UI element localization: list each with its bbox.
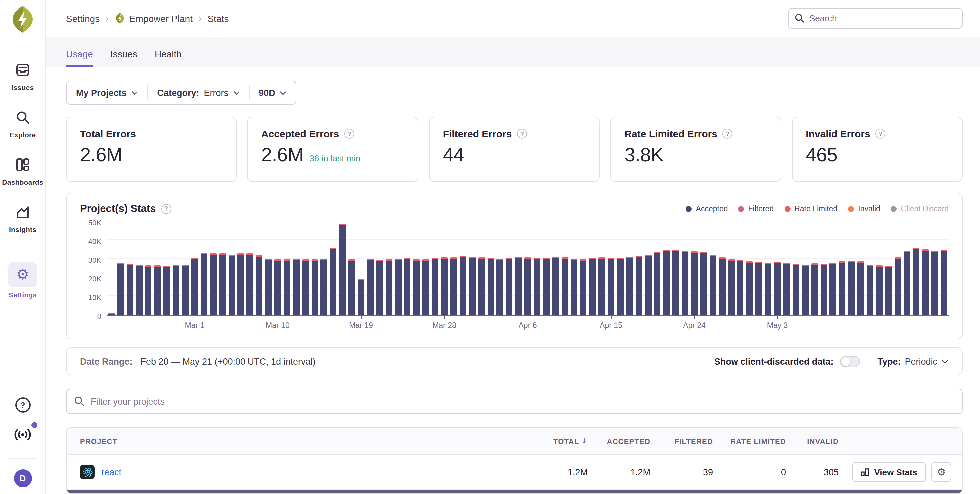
project-settings-button[interactable]: ⚙ [931, 462, 951, 482]
help-icon[interactable]: ? [344, 129, 355, 139]
chart-bar[interactable] [894, 257, 901, 315]
chart-bar[interactable] [839, 261, 846, 315]
chart-bar[interactable] [432, 258, 438, 315]
chart-bar[interactable] [932, 251, 939, 315]
chart-bar[interactable] [904, 251, 910, 315]
view-stats-button[interactable]: View Stats [852, 462, 926, 482]
chart-bar[interactable] [589, 258, 596, 315]
chart-bar[interactable] [330, 248, 337, 315]
legend-item[interactable]: Filtered [738, 205, 774, 213]
chart-bar[interactable] [867, 265, 873, 315]
chart-bar[interactable] [765, 263, 772, 315]
chart-bar[interactable] [321, 259, 328, 315]
chart-bar[interactable] [423, 259, 430, 315]
chart-bar[interactable] [274, 259, 281, 315]
chart-bar[interactable] [414, 259, 420, 315]
sidebar-item-settings[interactable]: ⚙ Settings [8, 262, 37, 299]
tab-usage[interactable]: Usage [66, 49, 93, 67]
chart-bar[interactable] [265, 259, 272, 315]
project-link[interactable]: react [101, 467, 121, 477]
chart-bar[interactable] [710, 255, 716, 315]
chart-bar[interactable] [210, 253, 216, 315]
help-icon[interactable]: ? [15, 397, 30, 413]
help-icon[interactable]: ? [876, 129, 886, 139]
legend-item[interactable]: Client Discard [891, 205, 949, 213]
chart-bar[interactable] [487, 258, 494, 315]
chart-bar[interactable] [783, 263, 790, 315]
chart-bar[interactable] [608, 258, 614, 315]
help-icon[interactable]: ? [161, 204, 171, 214]
chart-bar[interactable] [127, 264, 133, 315]
chart-bar[interactable] [247, 253, 253, 315]
column-header-accepted[interactable]: ACCEPTED [588, 437, 650, 445]
legend-item[interactable]: Invalid [848, 205, 880, 213]
chart-bar[interactable] [673, 250, 679, 315]
chart-bar[interactable] [848, 261, 855, 315]
chart-bar[interactable] [663, 250, 670, 315]
chart-bar[interactable] [756, 262, 762, 315]
column-header-rate-limited[interactable]: RATE LIMITED [713, 437, 786, 445]
chart-bar[interactable] [802, 265, 809, 315]
chart-bar[interactable] [617, 258, 624, 315]
chart-bar[interactable] [571, 259, 577, 315]
chart-bar[interactable] [644, 255, 651, 315]
chart-bar[interactable] [117, 263, 124, 315]
chart-bar[interactable] [182, 265, 189, 315]
sidebar-item-dashboards[interactable]: Dashboards [2, 155, 43, 186]
sidebar-item-insights[interactable]: Insights [9, 202, 36, 233]
chart-bar[interactable] [302, 259, 309, 315]
chart-bar[interactable] [913, 248, 920, 315]
breadcrumb-settings[interactable]: Settings [66, 13, 100, 24]
chart-bar[interactable] [376, 260, 383, 315]
chart-bar[interactable] [404, 258, 411, 315]
chart-bar[interactable] [469, 257, 475, 315]
chart-bar[interactable] [552, 257, 559, 315]
client-discard-toggle[interactable] [840, 356, 860, 367]
chart-bar[interactable] [654, 252, 660, 315]
chart-bar[interactable] [385, 259, 392, 315]
chart-bar[interactable] [719, 257, 725, 315]
tab-issues[interactable]: Issues [110, 49, 137, 67]
chart-bar[interactable] [636, 256, 642, 315]
chart-bar[interactable] [737, 260, 744, 315]
sidebar-item-explore[interactable]: Explore [10, 107, 36, 139]
category-selector[interactable]: Category: Errors [148, 81, 249, 104]
chart-bar[interactable] [515, 257, 522, 315]
chart-bar[interactable] [497, 259, 503, 315]
chart-bar[interactable] [312, 259, 318, 315]
user-avatar[interactable]: D [14, 469, 32, 487]
chart-bar[interactable] [450, 257, 457, 315]
chart-bar[interactable] [598, 257, 605, 315]
chart-bar[interactable] [793, 264, 799, 315]
chart-bar[interactable] [858, 261, 864, 315]
chart-bar[interactable] [774, 262, 781, 315]
breadcrumb-organization[interactable]: Empower Plant [115, 13, 192, 24]
chart-bar[interactable] [173, 265, 179, 315]
chart-bar[interactable] [145, 265, 151, 315]
chart-bar[interactable] [395, 259, 401, 315]
chart-bar[interactable] [191, 258, 198, 315]
tab-health[interactable]: Health [154, 49, 181, 67]
chart-bar[interactable] [339, 224, 346, 315]
chart-bar[interactable] [811, 263, 818, 315]
project-selector[interactable]: My Projects [67, 81, 147, 104]
chart-bar[interactable] [543, 258, 550, 315]
chart-bar[interactable] [284, 259, 291, 315]
chart-bar[interactable] [293, 259, 300, 315]
chart-bar[interactable] [256, 255, 263, 315]
chart-bar[interactable] [830, 263, 837, 315]
chart-bar[interactable] [135, 265, 142, 315]
chart-bar[interactable] [228, 255, 235, 315]
chart-bar[interactable] [746, 261, 753, 315]
help-icon[interactable]: ? [517, 129, 527, 139]
chart-bar[interactable] [534, 258, 540, 315]
column-header-invalid[interactable]: INVALID [786, 437, 839, 445]
chart-bar[interactable] [367, 259, 374, 315]
chart-bar[interactable] [358, 279, 364, 315]
chart-bar[interactable] [154, 265, 161, 315]
chart-bar[interactable] [923, 249, 929, 315]
chart-bar[interactable] [561, 257, 568, 315]
chart-bar[interactable] [237, 253, 244, 315]
whats-new-button[interactable] [13, 426, 33, 445]
chart-bar[interactable] [164, 266, 170, 315]
